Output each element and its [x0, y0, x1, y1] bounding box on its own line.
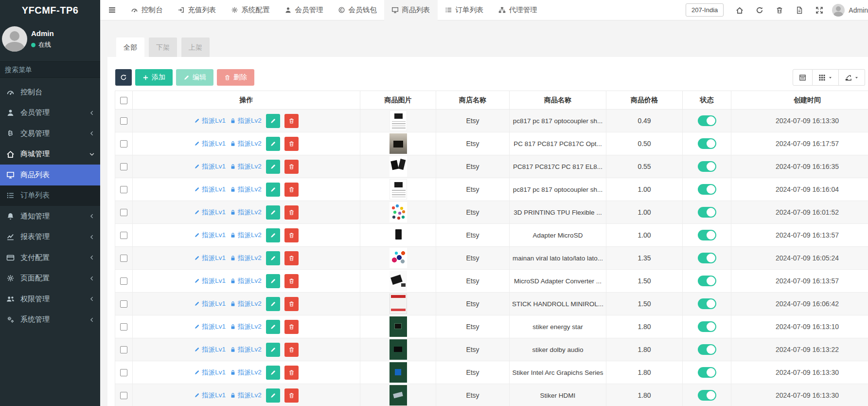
status-toggle[interactable] [698, 138, 716, 149]
assign-lv2-link[interactable]: 指派Lv2 [230, 345, 262, 354]
expand-button[interactable] [809, 0, 829, 20]
product-image[interactable] [390, 111, 407, 131]
topnav-item-wallet[interactable]: 会员钱包 [331, 0, 384, 20]
row-checkbox[interactable] [120, 163, 127, 170]
assign-lv2-link[interactable]: 指派Lv2 [230, 391, 262, 400]
status-toggle[interactable] [698, 253, 716, 263]
row-checkbox[interactable] [120, 232, 127, 239]
sidebar-item-desktop[interactable]: 商品列表 [0, 165, 100, 185]
assign-lv1-link[interactable]: 指派Lv1 [194, 299, 226, 308]
edit-row-button[interactable] [266, 183, 280, 197]
product-image[interactable] [390, 271, 407, 291]
sidebar-item-home[interactable]: 商城管理 [0, 144, 100, 165]
row-checkbox[interactable] [120, 346, 127, 353]
assign-lv1-link[interactable]: 指派Lv1 [194, 322, 226, 331]
assign-lv2-link[interactable]: 指派Lv2 [230, 322, 262, 331]
product-image[interactable] [390, 316, 407, 337]
sidebar-item-gauge[interactable]: 控制台 [0, 82, 100, 103]
row-checkbox[interactable] [120, 323, 127, 331]
sidebar-item-bell[interactable]: 通知管理 [0, 206, 100, 227]
topnav-item-signin[interactable]: 充值列表 [170, 0, 224, 20]
delete-row-button[interactable] [284, 137, 299, 151]
sidebar-item-user[interactable]: 会员管理 [0, 103, 100, 124]
sidebar-item-cogs[interactable]: 系统管理 [0, 310, 100, 331]
user-avatar-small[interactable] [832, 4, 845, 17]
status-toggle[interactable] [698, 161, 716, 172]
topnav-item-list[interactable]: 订单列表 [438, 0, 491, 20]
topnav-item-gauge[interactable]: 控制台 [124, 0, 170, 20]
row-checkbox[interactable] [120, 277, 127, 285]
status-toggle[interactable] [698, 184, 716, 195]
edit-row-button[interactable] [266, 388, 280, 403]
row-checkbox[interactable] [120, 369, 127, 376]
delete-button[interactable]: 删除 [217, 69, 254, 86]
sidebar-item-gear[interactable]: 页面配置 [0, 268, 100, 289]
status-toggle[interactable] [698, 115, 716, 126]
assign-lv1-link[interactable]: 指派Lv1 [194, 208, 226, 217]
delete-row-button[interactable] [284, 366, 299, 380]
assign-lv1-link[interactable]: 指派Lv1 [194, 345, 226, 354]
delete-row-button[interactable] [284, 251, 299, 265]
product-image[interactable] [390, 156, 407, 177]
edit-button[interactable]: 编辑 [176, 69, 213, 86]
delete-row-button[interactable] [284, 343, 299, 357]
product-image[interactable] [390, 202, 407, 222]
topnav-item-gear[interactable]: 系统配置 [224, 0, 277, 20]
delete-row-button[interactable] [284, 205, 299, 220]
select-all-checkbox[interactable] [120, 97, 127, 104]
topnav-item-user[interactable]: 会员管理 [277, 0, 331, 20]
status-toggle[interactable] [698, 390, 716, 401]
assign-lv1-link[interactable]: 指派Lv1 [194, 139, 226, 148]
assign-lv2-link[interactable]: 指派Lv2 [230, 139, 262, 148]
status-toggle[interactable] [698, 321, 716, 332]
assign-lv1-link[interactable]: 指派Lv1 [194, 231, 226, 240]
topnav-item-desktop[interactable]: 商品列表 [384, 0, 438, 20]
edit-row-button[interactable] [266, 228, 280, 242]
status-toggle[interactable] [698, 276, 716, 286]
tab-1[interactable]: 下架 [149, 37, 177, 57]
sidebar-item-chart[interactable]: 报表管理 [0, 227, 100, 248]
trash-button[interactable] [769, 0, 789, 20]
delete-row-button[interactable] [284, 160, 299, 174]
menu-search-input[interactable] [0, 66, 98, 74]
edit-row-button[interactable] [266, 274, 280, 288]
refresh-button[interactable] [115, 69, 132, 86]
row-checkbox[interactable] [120, 140, 127, 148]
sidebar-toggle-button[interactable] [100, 0, 124, 20]
assign-lv2-link[interactable]: 指派Lv2 [230, 254, 262, 262]
delete-row-button[interactable] [284, 228, 299, 242]
edit-row-button[interactable] [266, 320, 280, 334]
delete-row-button[interactable] [284, 183, 299, 197]
edit-row-button[interactable] [266, 343, 280, 357]
product-image[interactable] [390, 248, 407, 268]
delete-row-button[interactable] [284, 320, 299, 334]
assign-lv1-link[interactable]: 指派Lv1 [194, 254, 226, 262]
assign-lv2-link[interactable]: 指派Lv2 [230, 185, 262, 194]
assign-lv1-link[interactable]: 指派Lv1 [194, 116, 226, 125]
edit-row-button[interactable] [266, 205, 280, 220]
row-checkbox[interactable] [120, 300, 127, 308]
topnav-user-label[interactable]: Admin [849, 6, 868, 14]
assign-lv2-link[interactable]: 指派Lv2 [230, 368, 262, 377]
export-view-button[interactable] [839, 69, 865, 86]
status-toggle[interactable] [698, 207, 716, 218]
product-image[interactable] [390, 133, 407, 154]
edit-row-button[interactable] [266, 297, 280, 311]
assign-lv1-link[interactable]: 指派Lv1 [194, 185, 226, 194]
topnav-item-sitemap[interactable]: 代理管理 [491, 0, 545, 20]
home-button[interactable] [729, 0, 749, 20]
assign-lv1-link[interactable]: 指派Lv1 [194, 391, 226, 400]
row-checkbox[interactable] [120, 117, 127, 125]
add-button[interactable]: 添加 [135, 69, 173, 86]
file-button[interactable] [789, 0, 809, 20]
delete-row-button[interactable] [284, 114, 299, 128]
product-image[interactable] [390, 225, 407, 245]
row-checkbox[interactable] [120, 255, 127, 262]
product-image[interactable] [390, 294, 407, 314]
product-image[interactable] [390, 362, 407, 383]
product-image[interactable] [390, 385, 407, 406]
sidebar-item-list[interactable]: 订单列表 [0, 185, 100, 206]
refresh-button[interactable] [749, 0, 769, 20]
row-checkbox[interactable] [120, 209, 127, 216]
sidebar-item-card[interactable]: 支付配置 [0, 247, 100, 268]
